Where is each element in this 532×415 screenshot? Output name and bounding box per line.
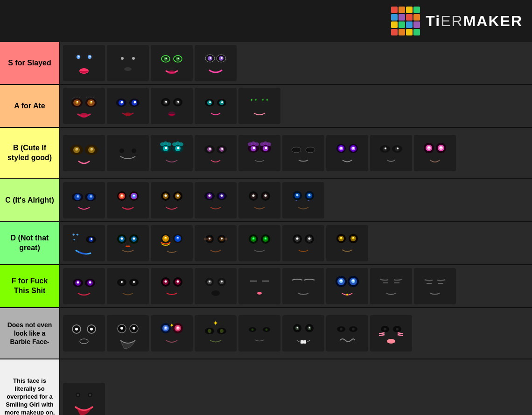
svg-point-300 bbox=[352, 328, 355, 331]
tier-row-d: D (Not that great) ✦✦ ✦ bbox=[0, 222, 532, 265]
svg-point-160 bbox=[252, 195, 255, 197]
svg-point-155 bbox=[221, 195, 223, 197]
svg-point-96 bbox=[253, 147, 255, 149]
svg-text:✦: ✦ bbox=[169, 322, 174, 329]
tier-row-a: A for Ate bbox=[0, 85, 532, 128]
svg-point-104 bbox=[292, 147, 301, 153]
list-item: ✦✦ ✦ bbox=[63, 225, 105, 261]
header: TiERMAKER bbox=[0, 0, 532, 42]
list-item bbox=[195, 88, 237, 124]
tiermaker-logo: TiERMAKER bbox=[391, 7, 523, 35]
list-item bbox=[195, 135, 237, 171]
svg-point-103 bbox=[266, 142, 271, 146]
list-item bbox=[370, 268, 412, 304]
svg-point-288 bbox=[266, 329, 268, 331]
svg-point-266 bbox=[80, 339, 88, 344]
list-item bbox=[282, 135, 324, 171]
svg-point-167 bbox=[308, 194, 311, 197]
svg-point-256 bbox=[352, 280, 354, 281]
svg-point-118 bbox=[385, 148, 386, 149]
svg-point-189 bbox=[177, 237, 179, 239]
svg-point-7 bbox=[121, 57, 124, 60]
list-item bbox=[63, 383, 105, 415]
list-item bbox=[151, 182, 193, 218]
svg-point-294 bbox=[309, 327, 310, 329]
svg-point-46 bbox=[125, 113, 131, 116]
list-item bbox=[414, 268, 456, 304]
svg-point-142 bbox=[121, 195, 123, 197]
svg-line-305 bbox=[379, 333, 385, 334]
svg-point-195 bbox=[221, 238, 223, 239]
svg-point-248 bbox=[257, 292, 262, 295]
tier-label-d: D (Not that great) bbox=[0, 222, 59, 264]
svg-point-311 bbox=[77, 394, 79, 396]
svg-point-134 bbox=[77, 196, 79, 197]
list-item bbox=[238, 182, 280, 218]
svg-point-44 bbox=[121, 101, 123, 104]
list-item: ✦ ✦ ✦ ✦ bbox=[238, 88, 280, 124]
tier-row-b: B (Cute If styled good) bbox=[0, 128, 532, 179]
svg-point-174 bbox=[91, 238, 92, 240]
tier-content-dne: ✦ ✦ bbox=[59, 308, 532, 359]
svg-point-236 bbox=[165, 281, 167, 283]
tier-label-dne: Does not even look like a Barbie Face- bbox=[0, 308, 59, 359]
svg-point-70 bbox=[77, 148, 78, 150]
svg-point-79 bbox=[177, 147, 180, 149]
tier-label-bot: This face is literally so overpriced for… bbox=[0, 359, 59, 415]
tier-label-a: A for Ate bbox=[0, 85, 59, 127]
svg-point-149 bbox=[177, 195, 179, 197]
svg-point-284 bbox=[220, 329, 224, 333]
list-item bbox=[63, 88, 105, 124]
tier-content-c: ~ ~ bbox=[59, 179, 532, 221]
svg-point-154 bbox=[209, 195, 211, 197]
tier-content-bot bbox=[59, 359, 532, 415]
svg-point-73 bbox=[132, 148, 136, 153]
svg-point-188 bbox=[165, 237, 167, 239]
svg-line-34 bbox=[79, 97, 80, 98]
tier-content-s bbox=[59, 42, 532, 84]
list-item bbox=[107, 268, 149, 304]
svg-point-255 bbox=[340, 280, 342, 281]
svg-point-313 bbox=[89, 394, 91, 396]
list-item bbox=[151, 268, 193, 304]
list-item bbox=[151, 88, 193, 124]
svg-point-127 bbox=[440, 147, 442, 148]
tier-label-s: S for Slayed bbox=[0, 42, 59, 84]
list-item bbox=[370, 315, 412, 352]
svg-point-60 bbox=[209, 101, 211, 103]
list-item bbox=[282, 225, 324, 261]
svg-point-224 bbox=[77, 281, 79, 284]
svg-point-85 bbox=[179, 142, 183, 146]
list-item bbox=[195, 268, 237, 304]
svg-point-225 bbox=[89, 281, 91, 284]
svg-point-39 bbox=[80, 113, 88, 118]
tier-content-b bbox=[59, 128, 532, 178]
list-item bbox=[326, 225, 368, 261]
svg-point-196 bbox=[204, 238, 207, 240]
svg-point-5 bbox=[90, 56, 91, 57]
svg-line-32 bbox=[75, 97, 75, 98]
svg-point-4 bbox=[78, 56, 80, 57]
svg-point-78 bbox=[165, 147, 168, 149]
svg-point-205 bbox=[265, 238, 266, 239]
svg-point-97 bbox=[265, 147, 267, 149]
svg-point-283 bbox=[208, 329, 211, 333]
svg-point-30 bbox=[91, 101, 92, 103]
svg-point-257 bbox=[346, 294, 348, 295]
svg-line-307 bbox=[398, 333, 403, 334]
svg-line-306 bbox=[379, 335, 385, 336]
tier-label-c: C (It's Alright) bbox=[0, 179, 59, 221]
tier-row-bot: This face is literally so overpriced for… bbox=[0, 359, 532, 415]
svg-point-219 bbox=[353, 237, 354, 238]
svg-point-243 bbox=[221, 281, 223, 282]
list-item bbox=[151, 225, 193, 261]
svg-point-287 bbox=[252, 329, 254, 331]
svg-point-237 bbox=[177, 281, 179, 283]
list-item bbox=[107, 225, 149, 261]
svg-point-15 bbox=[178, 58, 179, 59]
svg-point-265 bbox=[90, 328, 93, 331]
svg-text:✦ ✦: ✦ ✦ bbox=[250, 98, 258, 102]
list-item: ~ ~ bbox=[282, 182, 324, 218]
svg-point-303 bbox=[384, 328, 386, 331]
svg-point-8 bbox=[132, 57, 135, 60]
